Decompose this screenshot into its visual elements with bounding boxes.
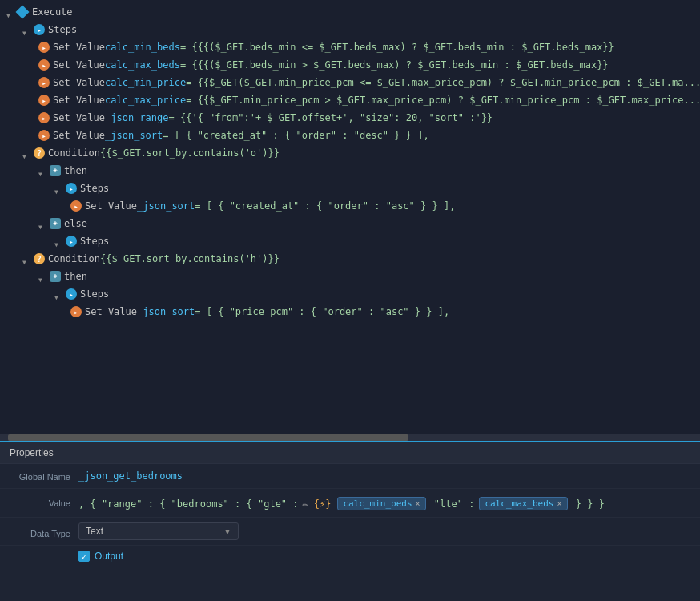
sv7-row[interactable]: Set Value _json_sort = [ { "created_at" … <box>0 197 700 215</box>
value-suffix: } } } <box>570 498 605 510</box>
sv2-icon <box>38 59 50 71</box>
then2-triangle[interactable] <box>38 272 48 281</box>
value-container: , { "range" : { "bedrooms" : { "gte" : ✏… <box>78 494 694 514</box>
output-row: Output <box>0 546 700 567</box>
sv1-icon <box>38 42 50 53</box>
cond2-row[interactable]: Condition {{$_GET.sort_by.contains('h')}… <box>0 250 700 268</box>
cond2-triangle[interactable] <box>22 254 32 264</box>
steps-3-row[interactable]: Steps <box>0 232 700 250</box>
steps-2-icon <box>66 183 77 194</box>
sv3-row[interactable]: Set Value calc_min_price = {{$_GET($_GET… <box>0 74 700 91</box>
sv8-row[interactable]: Set Value _json_sort = [ { "price_pcm" :… <box>0 303 700 321</box>
steps-4-triangle[interactable] <box>54 289 64 299</box>
sv3-icon <box>38 77 50 88</box>
cond2-icon <box>34 253 45 264</box>
then2-icon <box>50 271 61 282</box>
steps-2-row[interactable]: Steps <box>0 179 700 197</box>
steps-3-icon <box>66 236 77 247</box>
properties-panel: Properties Global Name _json_get_bedroom… <box>0 441 700 601</box>
execute-row[interactable]: Execute <box>0 3 700 21</box>
sv6-icon <box>38 130 50 141</box>
horizontal-scrollbar[interactable] <box>0 434 700 441</box>
steps-4-row[interactable]: Steps <box>0 285 700 303</box>
execute-label: Execute <box>32 5 73 19</box>
execute-icon <box>16 6 30 19</box>
sv1-row[interactable]: Set Value calc_min_beds = {{{($_GET.beds… <box>0 38 700 56</box>
cond1-row[interactable]: Condition {{$_GET.sort_by.contains('o')}… <box>0 144 700 162</box>
steps-1-row[interactable]: Steps <box>0 21 700 38</box>
sv5-row[interactable]: Set Value _json_range = {{'{ "from":'+ $… <box>0 109 700 127</box>
data-type-label: Data Type <box>6 524 78 538</box>
scrollbar-thumb[interactable] <box>8 434 408 441</box>
chip2-label: calc_max_beds <box>485 498 553 509</box>
cond1-triangle[interactable] <box>22 148 32 158</box>
steps-1-label: Steps <box>48 22 77 37</box>
sv4-row[interactable]: Set Value calc_max_price = {{$_GET.min_p… <box>0 91 700 109</box>
then1-triangle[interactable] <box>38 166 48 175</box>
chip2[interactable]: calc_max_beds × <box>479 497 567 510</box>
then2-row[interactable]: then <box>0 268 700 285</box>
select-arrow: ▼ <box>223 527 231 536</box>
data-type-select[interactable]: Text ▼ <box>78 522 239 540</box>
execute-triangle[interactable] <box>6 7 16 17</box>
chip1-label: calc_min_beds <box>343 498 412 509</box>
value-label: Value <box>6 494 78 508</box>
sv4-icon <box>38 95 50 106</box>
code-area: Execute Steps Set Value calc_min_beds = … <box>0 0 700 434</box>
chip1[interactable]: calc_min_beds × <box>337 497 425 510</box>
chip2-close[interactable]: × <box>557 499 561 508</box>
then1-row[interactable]: then <box>0 162 700 179</box>
steps-2-triangle[interactable] <box>54 184 64 193</box>
cond1-icon <box>34 147 45 159</box>
chip1-close[interactable]: × <box>416 499 420 508</box>
sv2-row[interactable]: Set Value calc_max_beds = {{{($_GET.beds… <box>0 56 700 74</box>
edit-icon[interactable]: ✏ <box>303 498 308 510</box>
properties-title: Properties <box>0 442 700 464</box>
steps-3-triangle[interactable] <box>54 236 64 246</box>
value-prefix: , { "range" : { "bedrooms" : { "gte" : <box>78 498 299 510</box>
data-type-row: Data Type Text ▼ <box>0 518 700 546</box>
steps-4-icon <box>66 288 77 300</box>
global-name-row: Global Name _json_get_bedrooms <box>0 464 700 489</box>
value-middle: "lte" : <box>428 498 475 510</box>
output-label: Output <box>95 551 123 562</box>
steps-1-triangle[interactable] <box>22 25 32 34</box>
data-type-value: Text <box>86 526 103 537</box>
sv6-row[interactable]: Set Value _json_sort = [ { "created_at" … <box>0 127 700 144</box>
else1-row[interactable]: else <box>0 215 700 232</box>
global-name-label: Global Name <box>6 467 78 482</box>
sv5-icon <box>38 112 50 123</box>
value-row: Value , { "range" : { "bedrooms" : { "gt… <box>0 489 700 518</box>
global-name-value: _json_get_bedrooms <box>78 470 183 482</box>
output-checkbox[interactable] <box>78 551 90 562</box>
global-name-value-container: _json_get_bedrooms <box>78 467 694 485</box>
else1-triangle[interactable] <box>38 219 48 228</box>
then1-icon <box>50 165 61 176</box>
sv7-icon <box>70 200 82 212</box>
steps-1-icon <box>34 24 45 35</box>
bolt-icon[interactable]: {⚡} <box>314 498 332 510</box>
else1-icon <box>50 218 61 229</box>
sv8-icon <box>70 306 82 317</box>
